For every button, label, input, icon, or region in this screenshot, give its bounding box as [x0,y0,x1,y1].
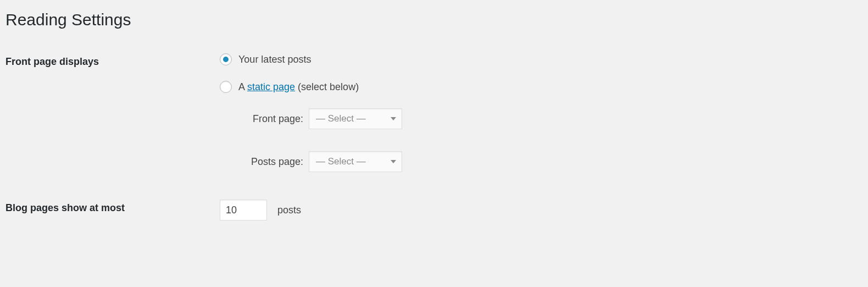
radio-static-page-label[interactable]: A static page (select below) [238,81,359,93]
blog-pages-count-input[interactable] [220,200,267,220]
front-page-select-value: — Select — [316,113,366,124]
static-prefix: A [238,81,247,92]
page-title: Reading Settings [5,5,863,31]
front-page-select-label: Front page: [237,113,309,125]
radio-latest-posts-label[interactable]: Your latest posts [238,54,311,65]
radio-static-page[interactable] [220,81,232,93]
blog-pages-label: Blog pages show at most [5,191,214,229]
posts-page-select[interactable]: — Select — [309,151,402,172]
static-suffix: (select below) [295,81,359,92]
radio-latest-posts[interactable] [220,53,232,65]
chevron-down-icon [391,160,396,163]
posts-page-select-value: — Select — [316,156,366,167]
static-page-link[interactable]: static page [247,81,295,92]
posts-page-select-label: Posts page: [237,156,309,168]
chevron-down-icon [391,117,396,120]
front-page-select[interactable]: — Select — [309,108,402,129]
blog-pages-unit: posts [277,205,301,216]
front-page-displays-label: Front page displays [5,45,214,191]
